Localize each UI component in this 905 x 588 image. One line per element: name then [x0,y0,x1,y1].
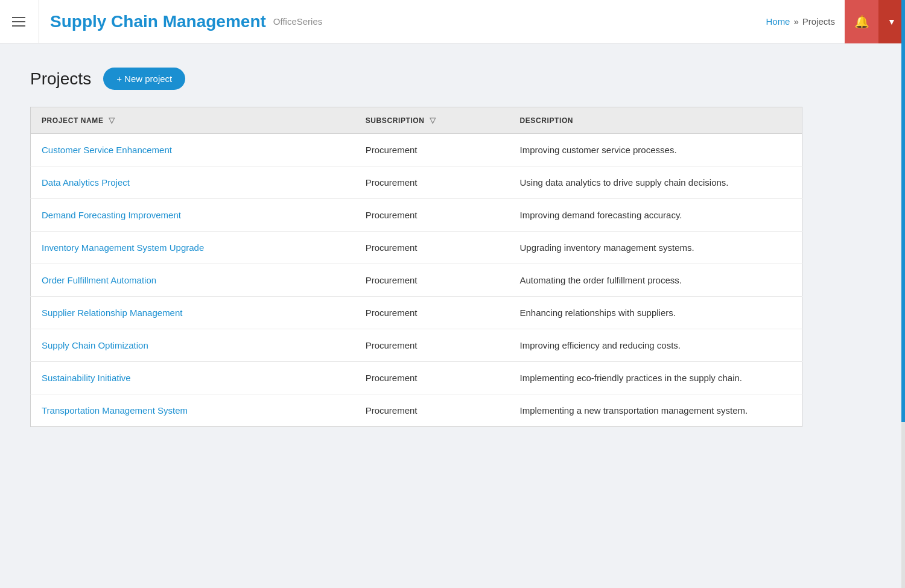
menu-toggle-button[interactable] [10,14,28,29]
column-header-subscription: SUBSCRIPTION ▽ [355,107,509,134]
subscription-cell: Procurement [355,134,509,166]
project-name-cell: Transportation Management System [31,394,355,427]
table-row: Data Analytics ProjectProcurementUsing d… [31,166,802,199]
page-title: Projects [30,69,91,89]
scrollbar[interactable] [901,0,905,588]
app-header: Supply Chain Management OfficeSeries Hom… [0,0,905,43]
subscription-cell: Procurement [355,264,509,297]
subscription-cell: Procurement [355,166,509,199]
project-name-link[interactable]: Inventory Management System Upgrade [42,242,204,253]
project-name-link[interactable]: Sustainability Initiative [42,373,131,383]
project-name-cell: Order Fulfillment Automation [31,264,355,297]
project-name-cell: Customer Service Enhancement [31,134,355,166]
description-cell: Implementing eco-friendly practices in t… [509,362,802,394]
description-cell: Using data analytics to drive supply cha… [509,166,802,199]
description-cell: Automating the order fulfillment process… [509,264,802,297]
bell-icon: 🔔 [854,14,869,29]
filter-icon-project-name[interactable]: ▽ [109,116,115,125]
table-row: Transportation Management SystemProcurem… [31,394,802,427]
table-row: Demand Forecasting ImprovementProcuremen… [31,199,802,232]
column-header-description: DESCRIPTION [509,107,802,134]
column-header-project-name: PROJECT NAME ▽ [31,107,355,134]
project-name-link[interactable]: Customer Service Enhancement [42,145,172,155]
subscription-cell: Procurement [355,362,509,394]
subscription-cell: Procurement [355,297,509,329]
new-project-button[interactable]: + New project [103,68,185,90]
description-cell: Improving customer service processes. [509,134,802,166]
table-body: Customer Service EnhancementProcurementI… [31,134,802,427]
subscription-cell: Procurement [355,232,509,264]
table-header: PROJECT NAME ▽ SUBSCRIPTION ▽ DESCRIPTIO… [31,107,802,134]
project-name-link[interactable]: Transportation Management System [42,405,188,416]
description-cell: Upgrading inventory management systems. [509,232,802,264]
subscription-cell: Procurement [355,199,509,232]
page-header: Projects + New project [30,68,875,90]
main-content: Projects + New project PROJECT NAME ▽ SU… [0,43,905,451]
project-name-cell: Sustainability Initiative [31,362,355,394]
breadcrumb-home[interactable]: Home [766,16,790,27]
header-divider [39,0,39,43]
subscription-cell: Procurement [355,394,509,427]
projects-table: PROJECT NAME ▽ SUBSCRIPTION ▽ DESCRIPTIO… [30,107,802,427]
description-cell: Enhancing relationships with suppliers. [509,297,802,329]
project-name-cell: Demand Forecasting Improvement [31,199,355,232]
app-title: Supply Chain Management [50,12,266,31]
project-name-cell: Supplier Relationship Management [31,297,355,329]
table-row: Customer Service EnhancementProcurementI… [31,134,802,166]
project-name-cell: Supply Chain Optimization [31,329,355,362]
table-row: Inventory Management System UpgradeProcu… [31,232,802,264]
project-name-link[interactable]: Order Fulfillment Automation [42,275,156,285]
app-subtitle: OfficeSeries [273,16,322,27]
project-name-cell: Data Analytics Project [31,166,355,199]
table-row: Sustainability InitiativeProcurementImpl… [31,362,802,394]
table-row: Supplier Relationship ManagementProcurem… [31,297,802,329]
project-name-link[interactable]: Supply Chain Optimization [42,340,148,350]
scrollbar-thumb[interactable] [901,0,905,422]
table-row: Order Fulfillment AutomationProcurementA… [31,264,802,297]
filter-icon-subscription[interactable]: ▽ [430,116,436,125]
breadcrumb-separator: » [793,16,798,27]
subscription-cell: Procurement [355,329,509,362]
project-name-link[interactable]: Data Analytics Project [42,177,130,188]
description-cell: Improving demand forecasting accuracy. [509,199,802,232]
project-name-cell: Inventory Management System Upgrade [31,232,355,264]
breadcrumb-current: Projects [802,16,835,27]
breadcrumb: Home » Projects [766,16,835,27]
table-row: Supply Chain OptimizationProcurementImpr… [31,329,802,362]
header-actions: 🔔 ▼ [845,0,905,43]
description-cell: Improving efficiency and reducing costs. [509,329,802,362]
notification-bell-button[interactable]: 🔔 [845,0,878,43]
project-name-link[interactable]: Demand Forecasting Improvement [42,210,181,220]
project-name-link[interactable]: Supplier Relationship Management [42,308,182,318]
description-cell: Implementing a new transportation manage… [509,394,802,427]
dropdown-chevron-icon: ▼ [888,17,896,27]
